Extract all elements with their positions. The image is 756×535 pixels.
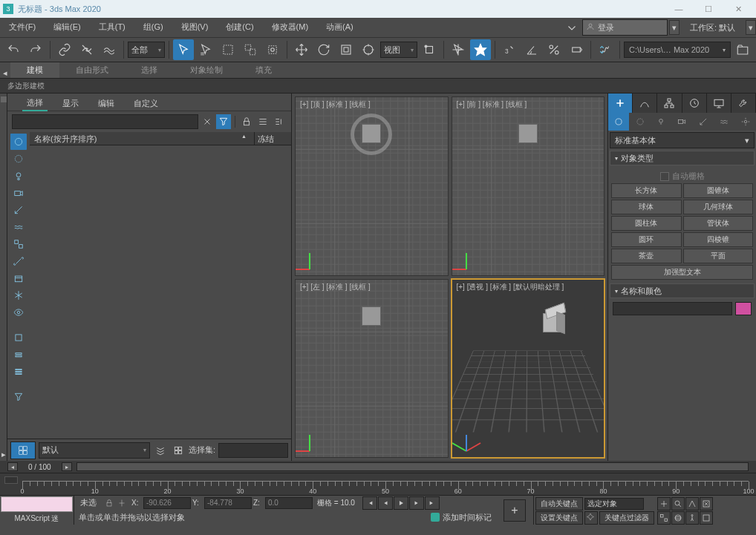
bind-spacewarp-button[interactable] [99, 39, 120, 60]
primitive-button-3[interactable]: 几何球体 [683, 200, 754, 214]
close-button[interactable]: ✕ [723, 0, 753, 18]
add-time-tag-button[interactable]: 添加时间标记 [431, 512, 492, 523]
rectangular-selection-button[interactable] [218, 39, 238, 60]
orbit-button[interactable] [671, 511, 685, 525]
key-mode-button[interactable] [584, 511, 598, 525]
cameras-subtab[interactable] [671, 113, 692, 131]
viewport-3[interactable]: [+] [透视 ] [标准 ] [默认明暗处理 ] [452, 279, 605, 459]
primitive-button-7[interactable]: 四棱锥 [683, 232, 754, 247]
snaps-toggle-button[interactable]: 3 [499, 39, 520, 60]
toggle-1-icon[interactable] [10, 329, 27, 346]
primitive-button-8[interactable]: 茶壶 [611, 249, 682, 263]
ribbon-tab-1[interactable]: 自由形式 [59, 62, 125, 78]
menu-1[interactable]: 编辑(E) [45, 18, 90, 37]
zoom-all-button[interactable] [657, 511, 671, 525]
helpers-subtab[interactable] [693, 113, 714, 131]
hierarchy-tab[interactable] [657, 93, 682, 113]
scene-tab-edit[interactable]: 编辑 [94, 96, 119, 111]
selection-set-combo[interactable] [218, 443, 288, 458]
scene-tab-select[interactable]: 选择 [22, 96, 48, 111]
login-arrow[interactable]: ▾ [669, 20, 680, 35]
reference-coord-combo[interactable]: 视图▾ [380, 42, 417, 58]
workspace-selector[interactable]: 工作区: 默认 [684, 20, 741, 36]
unlink-button[interactable] [76, 39, 97, 60]
menu-expand-button[interactable] [561, 17, 582, 38]
menu-4[interactable]: 视图(V) [172, 18, 218, 37]
lights-subtab[interactable] [651, 113, 671, 131]
scene-tab-display[interactable]: 显示 [58, 96, 83, 111]
lock-selection-button[interactable] [103, 497, 115, 509]
autokey-button[interactable]: 自动关键点 [535, 497, 583, 511]
shapes-subtab[interactable] [629, 113, 650, 131]
isolate-layer-button[interactable] [153, 443, 168, 458]
menu-7[interactable]: 动画(A) [317, 18, 362, 37]
selection-filter-combo[interactable]: 全部▾ [128, 42, 165, 58]
path-config-button[interactable] [732, 39, 753, 60]
autogrid-checkbox[interactable] [660, 172, 669, 181]
key-target-combo[interactable]: 选定对象 [584, 498, 644, 510]
primitive-button-0[interactable]: 长方体 [611, 183, 682, 198]
spacewarps-subtab[interactable] [714, 113, 734, 131]
window-selection-button[interactable] [240, 39, 261, 60]
menu-5[interactable]: 创建(C) [217, 18, 262, 37]
ribbon-tab-3[interactable]: 对象绘制 [174, 62, 239, 78]
frozen-filter-icon[interactable] [10, 287, 27, 303]
primitive-button-6[interactable]: 圆环 [611, 232, 682, 247]
login-dropdown[interactable]: 登录 [582, 19, 668, 36]
trackbar-settings-button[interactable] [4, 476, 18, 484]
maximize-viewport-button[interactable] [700, 511, 713, 525]
bone-filter-icon[interactable] [10, 253, 27, 269]
pan-view-button[interactable] [657, 497, 671, 511]
geometry-filter-icon[interactable] [10, 134, 27, 150]
scene-list-header[interactable]: 名称(按升序排序)▲ 冻结 [30, 132, 291, 145]
primitive-button-4[interactable]: 圆柱体 [611, 216, 682, 231]
container-filter-icon[interactable] [10, 270, 27, 286]
timeslider-prev-button[interactable]: ◂ [7, 462, 18, 471]
spacewarp-filter-icon[interactable] [10, 219, 27, 235]
maxscript-listener[interactable] [1, 496, 73, 512]
viewport-label[interactable]: [+] [顶 ] [标准 ] [线框 ] [300, 99, 371, 110]
toggle-layers-button[interactable] [171, 443, 186, 458]
select-object-button[interactable] [173, 39, 194, 60]
clear-search-button[interactable] [200, 114, 215, 129]
camera-filter-icon[interactable] [10, 185, 27, 201]
setkey-button[interactable]: 设置关键点 [535, 511, 583, 525]
set-key-button[interactable]: + [504, 499, 526, 522]
undo-button[interactable] [3, 39, 24, 60]
manipulate-button[interactable] [448, 39, 469, 60]
walk-button[interactable] [685, 511, 699, 525]
name-color-rollout-header[interactable]: 名称和颜色 [610, 283, 755, 298]
motion-tab[interactable] [682, 93, 707, 113]
expand-left-button[interactable]: ▸ [0, 447, 7, 461]
toggle-2-icon[interactable] [10, 347, 27, 363]
category-combo[interactable]: 标准基本体▾ [610, 132, 755, 148]
ribbon-tab-0[interactable]: 建模 [10, 62, 59, 78]
zoom-view-button[interactable] [671, 497, 685, 511]
hidden-filter-icon[interactable] [10, 304, 27, 321]
maximize-button[interactable]: ☐ [694, 0, 723, 18]
menu-3[interactable]: 组(G) [134, 18, 172, 37]
minimize-button[interactable]: — [664, 0, 694, 18]
primitive-button-10[interactable]: 加强型文本 [611, 265, 753, 280]
menu-0[interactable]: 文件(F) [0, 18, 45, 37]
goto-end-button[interactable] [425, 496, 440, 510]
viewport-0[interactable]: [+] [顶 ] [标准 ] [线框 ] [295, 96, 449, 276]
goto-start-button[interactable] [362, 496, 377, 510]
sort-filter-icon[interactable] [10, 389, 27, 405]
zoom-extents-button[interactable] [700, 497, 713, 511]
ribbon-tab-2[interactable]: 选择 [125, 62, 174, 78]
viewport-layout-button[interactable] [10, 442, 36, 459]
primitive-button-2[interactable]: 球体 [611, 200, 682, 214]
create-tab[interactable] [608, 93, 633, 113]
collapse-button[interactable] [272, 114, 287, 129]
play-button[interactable] [394, 496, 408, 510]
viewport-1[interactable]: [+] [前 ] [标准 ] [线框 ] [452, 96, 605, 276]
percent-snap-button[interactable] [544, 39, 564, 60]
x-coord-input[interactable]: -90.626 [143, 497, 191, 509]
ribbon-tab-4[interactable]: 填充 [239, 62, 288, 78]
helper-filter-icon[interactable] [10, 202, 27, 218]
view-options-button[interactable] [255, 114, 270, 129]
next-frame-button[interactable] [409, 496, 424, 510]
lock-toggle-button[interactable] [239, 114, 254, 129]
systems-subtab[interactable] [735, 113, 756, 131]
